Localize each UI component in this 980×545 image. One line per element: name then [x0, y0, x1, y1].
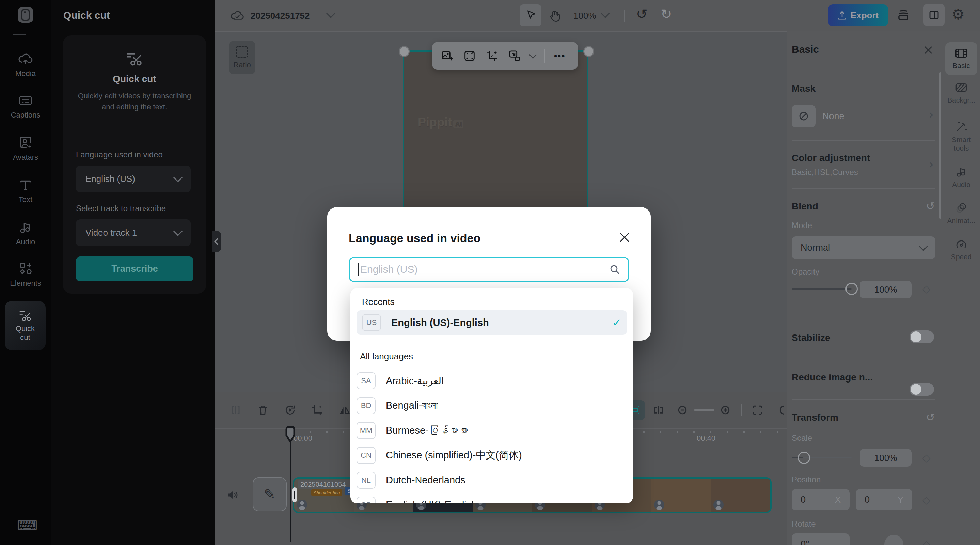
- language-option[interactable]: SA Arabic-العربية: [356, 368, 627, 393]
- opacity-keyframe-icon[interactable]: ◇: [923, 283, 930, 295]
- toggle-panel-button[interactable]: [923, 4, 945, 26]
- redo-icon[interactable]: ↻: [660, 6, 672, 22]
- panel-close-icon[interactable]: [924, 46, 933, 54]
- play-around-icon[interactable]: [283, 403, 297, 417]
- transcribe-button[interactable]: Transcribe: [76, 257, 193, 281]
- split-icon[interactable]: [229, 403, 242, 417]
- modal-close-icon[interactable]: [619, 232, 630, 242]
- selection-handle-topleft[interactable]: [399, 46, 410, 57]
- position-y-field[interactable]: 0 Y: [856, 489, 912, 510]
- scale-slider-knob[interactable]: [798, 452, 810, 464]
- export-button[interactable]: Export: [828, 5, 888, 26]
- film-icon: [955, 47, 968, 59]
- zoom-in-icon[interactable]: [719, 403, 732, 417]
- sidebar-item-label: Quickcut: [16, 324, 35, 342]
- project-name[interactable]: 202504251752: [251, 11, 310, 21]
- rotate-keyframe-icon[interactable]: ◇: [923, 538, 930, 545]
- scale-value-box[interactable]: 100%: [860, 449, 912, 467]
- zoom-slider[interactable]: [694, 410, 714, 411]
- opacity-slider-track[interactable]: [792, 288, 852, 290]
- track-select[interactable]: Video track 1: [76, 219, 191, 246]
- clip-trim-handle[interactable]: [292, 488, 297, 502]
- sidebar-item-label: Media: [15, 69, 36, 78]
- crop-clip-icon[interactable]: [310, 403, 324, 417]
- blend-reset-icon[interactable]: ↺: [926, 199, 935, 212]
- crop-icon[interactable]: [485, 49, 499, 63]
- sidebar-item-label: Avatars: [13, 153, 38, 162]
- rail-item-audio[interactable]: Audio: [943, 166, 980, 189]
- rail-item-smart-tools[interactable]: Smart tools: [943, 119, 980, 152]
- sidebar-item-audio[interactable]: Audio: [0, 220, 51, 246]
- rotate-field[interactable]: 0°: [792, 534, 850, 545]
- position-keyframe-icon[interactable]: ◇: [923, 494, 930, 506]
- rail-item-label: Animat...: [947, 216, 975, 225]
- rotate-dial[interactable]: [884, 535, 904, 545]
- transform-reset-icon[interactable]: ↺: [926, 411, 935, 424]
- flip-icon[interactable]: [338, 403, 352, 417]
- language-search-input[interactable]: [360, 263, 606, 276]
- rail-item-background[interactable]: Backgr...: [943, 82, 980, 104]
- blend-mode-select[interactable]: Normal: [792, 236, 935, 259]
- chevron-right-icon[interactable]: ›: [929, 157, 934, 172]
- sidebar-item-text[interactable]: Text: [0, 178, 51, 204]
- selection-handle-topright[interactable]: [583, 46, 594, 57]
- chevron-down-icon[interactable]: [529, 51, 537, 59]
- fit-frame-icon[interactable]: [463, 49, 476, 63]
- fullscreen-icon[interactable]: [751, 403, 764, 417]
- language-option[interactable]: GB English (UK)-English: [356, 492, 627, 504]
- magic-wand-icon: [954, 119, 969, 133]
- rail-item-speed[interactable]: Speed: [943, 238, 980, 261]
- opacity-slider-knob[interactable]: [845, 283, 858, 295]
- delete-icon[interactable]: [256, 403, 270, 417]
- ratio-button[interactable]: Ratio: [229, 41, 255, 74]
- keyboard-shortcuts-icon[interactable]: ⌨: [17, 517, 38, 534]
- zoom-chevron-icon[interactable]: [601, 9, 610, 18]
- rail-item-animation[interactable]: Animat...: [943, 202, 980, 225]
- language-option[interactable]: MM Burmese-မြန်မာစာ: [356, 418, 627, 443]
- playhead-handle[interactable]: [285, 426, 295, 443]
- zoom-out-icon[interactable]: [676, 403, 689, 417]
- sidebar-item-media[interactable]: Media: [0, 52, 51, 78]
- scale-keyframe-icon[interactable]: ◇: [923, 452, 930, 464]
- position-x-field[interactable]: 0 X: [792, 489, 850, 510]
- more-options-icon[interactable]: •••: [554, 51, 565, 61]
- zoom-level[interactable]: 100%: [573, 11, 596, 21]
- language-option[interactable]: CN Chinese (simplified)-中文(简体): [356, 443, 627, 468]
- hand-tool-icon[interactable]: [548, 9, 562, 22]
- mask-thumb[interactable]: [792, 105, 816, 127]
- sidebar-item-quick-cut[interactable]: Quickcut: [5, 301, 46, 350]
- panel-scrollbar[interactable]: [939, 72, 941, 219]
- language-option[interactable]: BD Bengali-বাংলা: [356, 393, 627, 418]
- edit-cover-button[interactable]: ✎: [253, 477, 287, 511]
- app-logo[interactable]: [18, 7, 33, 23]
- cursor-tool-button[interactable]: [520, 5, 541, 26]
- sidebar-item-captions[interactable]: Captions: [0, 93, 51, 120]
- playhead-line[interactable]: [290, 441, 291, 542]
- swap-media-icon[interactable]: [508, 49, 521, 63]
- sidebar-item-elements[interactable]: Elements: [0, 261, 51, 288]
- auto-fit-icon[interactable]: [652, 403, 665, 417]
- language-select[interactable]: English (US): [76, 166, 191, 193]
- settings-gear-icon[interactable]: ⚙: [951, 5, 965, 23]
- language-search-field[interactable]: [349, 257, 629, 282]
- background-icon: [955, 82, 968, 93]
- opacity-value: 100%: [875, 284, 897, 295]
- stabilize-toggle[interactable]: [910, 330, 934, 343]
- rail-item-basic[interactable]: Basic: [945, 42, 977, 75]
- opacity-value-box[interactable]: 100%: [860, 280, 912, 298]
- chevron-right-icon[interactable]: ›: [929, 107, 934, 122]
- mute-track-icon[interactable]: [226, 488, 240, 502]
- replace-image-icon[interactable]: [440, 49, 454, 63]
- panel-collapse-tab[interactable]: [213, 231, 221, 252]
- sidebar-item-avatars[interactable]: Avatars: [0, 135, 51, 162]
- blend-mode-value: Normal: [800, 242, 830, 253]
- quick-cut-icon: [124, 50, 145, 67]
- blend-label: Blend: [792, 201, 818, 212]
- undo-icon[interactable]: ↺: [636, 6, 648, 22]
- render-queue-icon[interactable]: [896, 8, 910, 22]
- reduce-noise-toggle[interactable]: [910, 383, 934, 396]
- rotate-value: 0°: [800, 539, 810, 545]
- project-chevron-icon[interactable]: [326, 9, 336, 18]
- language-option[interactable]: NL Dutch-Nederlands: [356, 468, 627, 492]
- language-option-selected[interactable]: US English (US)-English ✓: [356, 310, 627, 335]
